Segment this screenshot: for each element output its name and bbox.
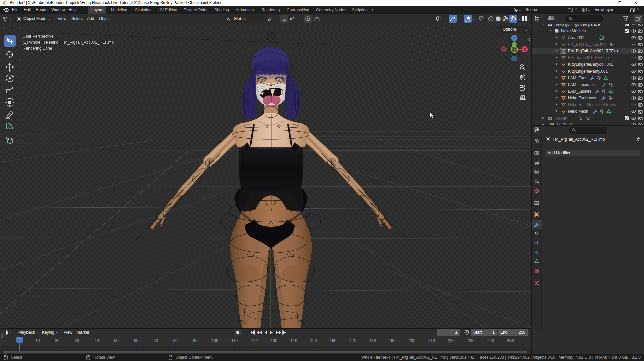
svg-text:X: X — [524, 48, 526, 51]
svg-text:31: 31 — [588, 118, 590, 121]
svg-text:Z: Z — [513, 36, 515, 40]
svg-text:4: 4 — [580, 118, 582, 121]
